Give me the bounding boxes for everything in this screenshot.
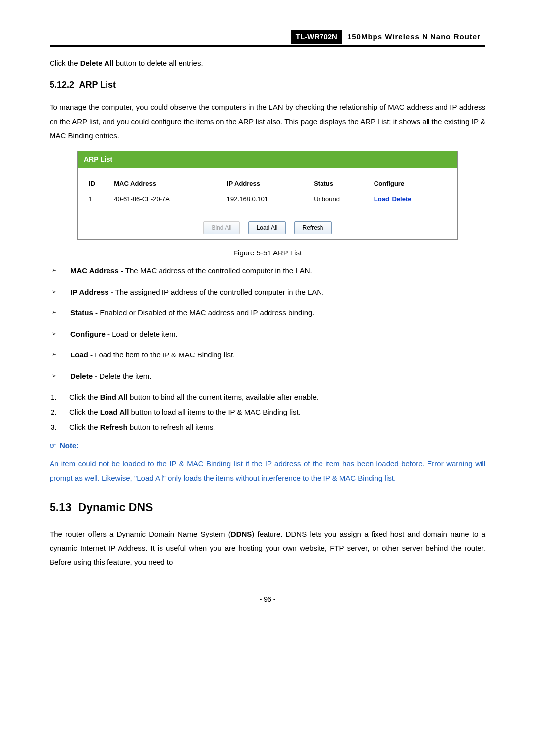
th-id: ID [85, 177, 110, 193]
th-configure: Configure [370, 177, 450, 193]
numbered-steps: 1.Click the Bind All button to bind all … [50, 392, 485, 433]
td-configure: Load Delete [370, 192, 450, 208]
bullet-mac: MAC Address - The MAC address of the con… [50, 265, 485, 277]
screenshot-footer: Bind All Load All Refresh [78, 215, 457, 239]
step-1: 1.Click the Bind All button to bind all … [50, 392, 485, 403]
bullet-configure: Configure - Load or delete item. [50, 329, 485, 340]
page-number: - 96 - [50, 594, 485, 605]
td-id: 1 [85, 192, 110, 208]
load-link[interactable]: Load [374, 195, 389, 202]
screenshot-title: ARP List [78, 151, 457, 168]
step-2: 2.Click the Load All button to load all … [50, 407, 485, 418]
td-ip: 192.168.0.101 [223, 192, 310, 208]
section-5-13-heading: 5.13 Dynamic DNS [50, 499, 485, 516]
figure-caption: Figure 5-51 ARP List [50, 248, 485, 259]
definition-list: MAC Address - The MAC address of the con… [50, 265, 485, 382]
ddns-paragraph: The router offers a Dynamic Domain Name … [50, 527, 485, 570]
section-5-12-2-heading: 5.12.2 ARP List [50, 78, 485, 92]
arp-list-screenshot: ARP List ID MAC Address IP Address Statu… [77, 151, 458, 240]
bullet-status: Status - Enabled or Disabled of the MAC … [50, 307, 485, 319]
table-header-row: ID MAC Address IP Address Status Configu… [85, 177, 450, 193]
bullet-delete: Delete - Delete the item. [50, 371, 485, 382]
td-mac: 40-61-86-CF-20-7A [110, 192, 223, 208]
pointing-hand-icon: ☞ [50, 441, 56, 450]
load-all-button[interactable]: Load All [248, 221, 286, 234]
bullet-ip: IP Address - The assigned IP address of … [50, 287, 485, 298]
bullet-load: Load - Load the item to the IP & MAC Bin… [50, 350, 485, 361]
step-3: 3.Click the Refresh button to refresh al… [50, 422, 485, 433]
th-status: Status [310, 177, 370, 193]
screenshot-body: ID MAC Address IP Address Status Configu… [78, 168, 457, 215]
note-text: An item could not be loaded to the IP & … [50, 457, 485, 485]
bind-all-button: Bind All [203, 221, 240, 234]
table-row: 1 40-61-86-CF-20-7A 192.168.0.101 Unboun… [85, 192, 450, 208]
header-title: 150Mbps Wireless N Nano Router [342, 30, 485, 44]
th-ip: IP Address [223, 177, 310, 193]
model-badge: TL-WR702N [291, 30, 342, 44]
arp-table: ID MAC Address IP Address Status Configu… [85, 177, 450, 208]
th-mac: MAC Address [110, 177, 223, 193]
delete-link[interactable]: Delete [392, 195, 411, 202]
refresh-button[interactable]: Refresh [294, 221, 332, 234]
note-label: ☞Note: [50, 440, 485, 452]
page-header: TL-WR702N 150Mbps Wireless N Nano Router [50, 30, 485, 47]
delete-all-instruction: Click the Delete All button to delete al… [50, 56, 485, 71]
arp-paragraph: To manage the computer, you could observ… [50, 101, 485, 143]
td-status: Unbound [310, 192, 370, 208]
